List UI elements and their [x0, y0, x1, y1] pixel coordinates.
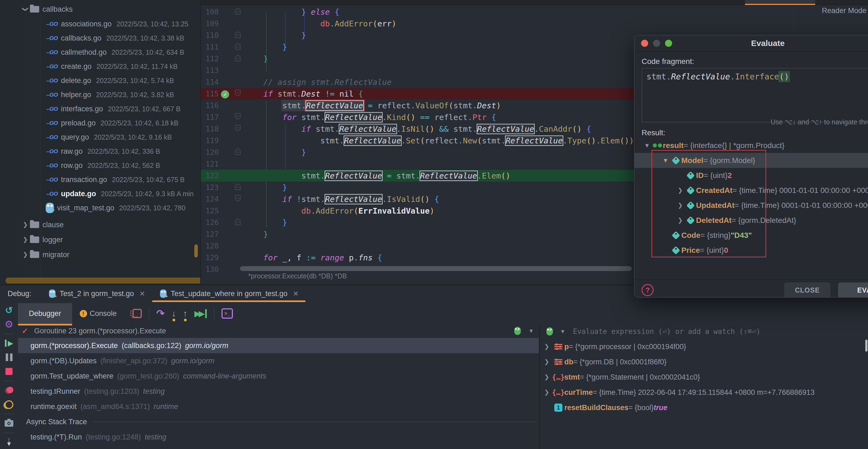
tree-file-row[interactable]: GOcallmethod.go2022/5/23, 10:42, 634 B [0, 45, 200, 59]
fold-marker-icon [235, 90, 241, 97]
gutter-breakpoint-slot[interactable]: ✓ [219, 89, 231, 98]
help-icon[interactable]: ? [642, 284, 654, 296]
variable-row[interactable]: 1resetBuildClauses = {bool} true [540, 400, 868, 415]
resume-icon[interactable]: ▶ [0, 336, 18, 351]
tree-horizontal-scrollbar[interactable] [5, 277, 200, 283]
close-button[interactable]: CLOSE [784, 282, 831, 298]
stack-frame-row[interactable]: runtime.goexit(asm_amd64.s:1371)runtime [18, 399, 539, 414]
stack-frame-row[interactable]: gorm.(*processor).Execute(callbacks.go:1… [18, 338, 539, 353]
chevron-right-icon[interactable]: ❯ [544, 343, 552, 350]
step-out-icon[interactable]: ↑ [183, 308, 187, 319]
file-meta: 2022/5/23, 10:42, 336 B [88, 148, 160, 155]
line-number: 129 [201, 253, 219, 262]
run-to-cursor-icon[interactable]: ▶▶ [194, 309, 207, 318]
tab-console[interactable]: ! Console [72, 303, 124, 324]
breakpoint-hit-check-icon[interactable]: ✓ [221, 90, 229, 98]
debug-session-tab[interactable]: ●Test_2 in gorm_test.go✕ [41, 285, 152, 302]
settings-gear-icon[interactable]: ⚙ [0, 317, 18, 331]
rerun-icon[interactable]: ↺ [0, 303, 18, 317]
stack-frame-row[interactable]: gorm.Test_update_where(gorm_test.go:260)… [18, 368, 539, 384]
chevron-right-icon[interactable]: ❯ [22, 221, 29, 228]
tree-folder-logger[interactable]: ❯logger [0, 233, 200, 247]
debug-step-toolbar: ↷ ↓ ↑ ▶▶ >_ [132, 303, 233, 324]
step-into-icon[interactable]: ↓ [172, 308, 176, 319]
code-fragment-input[interactable]: stmt.ReflectValue.Interface() [642, 68, 868, 122]
editor-horizontal-scrollbar[interactable] [240, 266, 632, 271]
result-tree-row[interactable]: ❯DeletedAt = {gorm.DeletedAt} [634, 213, 868, 228]
tree-file-row[interactable]: GOcallbacks.go2022/5/23, 10:42, 3.38 kB [0, 31, 200, 45]
line-number: 115 [201, 90, 219, 98]
variable-row[interactable]: ❯{…}stmt = {*gorm.Statement | 0xc0002041… [540, 369, 868, 385]
chevron-right-icon[interactable]: ❯ [675, 217, 685, 224]
variables-scrollbar[interactable] [865, 339, 867, 352]
chevron-right-icon[interactable]: ❯ [544, 389, 552, 396]
thread-dump-camera-icon[interactable] [0, 416, 18, 430]
result-tree-row[interactable]: ▼Model = {gorm.Model} [634, 153, 868, 168]
view-breakpoints-icon[interactable] [0, 383, 18, 397]
tree-file-row[interactable]: GOraw.go2022/5/23, 10:42, 336 B [0, 144, 200, 158]
go-file-icon: GO [43, 77, 58, 84]
tree-file-row[interactable]: GOupdate.go2022/5/23, 10:42, 9.3 kB A mi… [0, 187, 200, 201]
file-meta: 2022/5/23, 10:42, 3.82 kB [96, 91, 174, 99]
close-tab-icon[interactable]: ✕ [293, 290, 299, 298]
show-execution-point-icon[interactable] [132, 309, 142, 318]
stack-frame-row[interactable]: gorm.(*DB).Updates(finisher_api.go:372)g… [18, 353, 539, 368]
tree-vertical-scrollbar[interactable] [194, 244, 198, 258]
chevron-down-icon[interactable]: ▼ [642, 142, 652, 149]
chevron-right-icon[interactable]: ❯ [22, 236, 29, 243]
stack-frame-row[interactable]: testing.(*T).Run(testing.go:1248)testing [18, 429, 539, 445]
result-tree-row[interactable]: ▼result = {interface{} | *gorm.Product} [634, 138, 868, 153]
close-tab-icon[interactable]: ✕ [139, 290, 145, 298]
evaluate-button[interactable]: EVALUATE [838, 282, 868, 298]
tree-file-row[interactable]: GOassociations.go2022/5/23, 10:42, 13.25 [0, 17, 200, 31]
chevron-right-icon[interactable]: ❯ [22, 251, 29, 258]
chevron-down-icon[interactable]: ▼ [528, 328, 534, 334]
tree-file-row[interactable]: GOdelete.go2022/5/23, 10:42, 5.74 kB [0, 73, 200, 88]
line-number: 120 [201, 148, 219, 156]
result-tree-row[interactable]: ID = {uint} 2 [634, 168, 868, 183]
debug-session-tab[interactable]: ●Test_update_where in gorm_test.go✕ [152, 285, 306, 302]
chevron-right-icon[interactable]: ❯ [544, 358, 552, 365]
go-file-icon: GO [43, 134, 58, 141]
tab-debugger[interactable]: Debugger [18, 303, 72, 324]
chevron-right-icon[interactable]: ❯ [675, 202, 685, 209]
code-line[interactable]: 108 } else { [201, 6, 868, 18]
result-tree-row[interactable]: ❯CreatedAt = {time.Time} 0001-01-01 00:0… [634, 183, 868, 198]
result-tree-row[interactable]: Price = {uint} 0 [634, 243, 868, 258]
stack-frame-row[interactable]: testing.tRunner(testing.go:1203)testing [18, 384, 539, 399]
mute-breakpoints-icon[interactable] [0, 397, 18, 412]
tree-file-row[interactable]: GOinterfaces.go2022/5/23, 10:42, 667 B [0, 102, 200, 116]
evaluate-console-icon[interactable]: >_ [221, 308, 233, 319]
variable-row[interactable]: ❯p = {*gorm.processor | 0xc000194f00} [540, 339, 868, 354]
evaluate-expression-input[interactable]: Evaluate expression (⏎) or add a watch (… [573, 327, 761, 335]
stop-icon[interactable] [0, 364, 18, 379]
tree-file-row[interactable]: ✓visit_map_test.go2022/5/23, 10:42, 780 [0, 201, 200, 215]
chevron-down-icon[interactable]: ❯ [22, 6, 29, 13]
active-editor-tab[interactable] [745, 0, 815, 5]
file-name: delete.go [61, 77, 91, 85]
tree-file-row[interactable]: GOpreload.go2022/5/23, 10:42, 6.18 kB [0, 116, 200, 130]
tree-file-row[interactable]: GOcreate.go2022/5/23, 10:42, 11.74 kB [0, 59, 200, 73]
result-tree-row[interactable]: Code = {string} "D43" [634, 228, 868, 243]
chevron-right-icon[interactable]: ❯ [675, 187, 685, 194]
tree-file-row[interactable]: GOhelper.go2022/5/23, 10:42, 3.82 kB [0, 88, 200, 102]
tree-file-row[interactable]: GOtransaction.go2022/5/23, 10:42, 675 B [0, 173, 200, 187]
more-options-icon[interactable]: ⋮▾ [0, 436, 18, 449]
tree-folder-clause[interactable]: ❯clause [0, 218, 200, 232]
chevron-down-icon[interactable]: ▼ [560, 328, 565, 335]
tree-file-row[interactable]: GOrow.go2022/5/23, 10:42, 562 B [0, 158, 200, 173]
result-tree-row[interactable]: ❯UpdatedAt = {time.Time} 0001-01-01 00:0… [634, 198, 868, 213]
variable-row[interactable]: ❯{…}curTime = {time.Time} 2022-06-04 17:… [540, 385, 868, 400]
tree-file-row[interactable]: GOquery.go2022/5/23, 10:42, 9.16 kB [0, 130, 200, 144]
chevron-right-icon[interactable]: ❯ [544, 373, 552, 381]
code-line[interactable]: 109 db.AddError(err) [201, 18, 868, 29]
variable-row[interactable]: ❯db = {*gorm.DB | 0xc0001f86f0} [540, 354, 868, 369]
gutter-marker-slot [231, 31, 244, 40]
chevron-down-icon[interactable]: ▼ [661, 157, 671, 164]
async-stack-trace-label: Async Stack Trace [18, 414, 539, 429]
pause-icon[interactable] [0, 350, 18, 364]
tree-folder-migrator[interactable]: ❯migrator [0, 248, 200, 262]
tree-folder-callbacks[interactable]: ❯callbacks [0, 2, 200, 16]
step-over-icon[interactable]: ↷ [156, 308, 165, 319]
goroutine-selector[interactable]: ✓ Goroutine 23 gorm.(*processor).Execute… [18, 324, 539, 338]
